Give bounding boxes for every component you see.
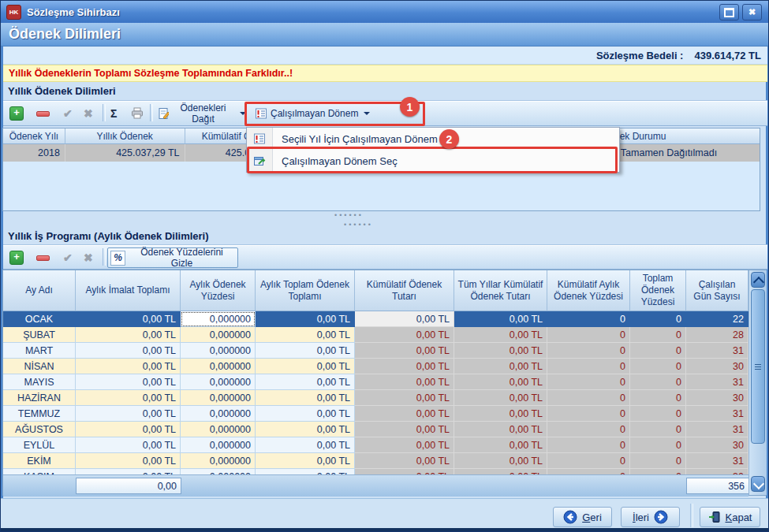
cell[interactable]: 0,00 TL bbox=[454, 453, 547, 469]
monthly-col-header-2[interactable]: Aylık İmalat Toplamı bbox=[76, 270, 181, 311]
cell[interactable]: 30 bbox=[686, 469, 748, 474]
cell[interactable]: 0 bbox=[547, 359, 630, 374]
cell[interactable]: OCAK bbox=[3, 311, 76, 327]
cell[interactable]: 0,00 TL bbox=[256, 327, 355, 343]
monthly-col-header-1[interactable]: Ay Adı bbox=[3, 270, 76, 311]
cell[interactable]: 0,00 TL bbox=[256, 311, 355, 327]
cell[interactable]: 0,000000 bbox=[181, 453, 256, 469]
month-row-1[interactable]: OCAK0,00 TL0,0000000,00 TL0,00 TL0,00 TL… bbox=[3, 311, 748, 327]
cell[interactable]: 0,00 TL bbox=[256, 437, 355, 453]
add-row-button[interactable]: + bbox=[6, 103, 27, 124]
cell[interactable]: 0,00 TL bbox=[256, 453, 355, 469]
cell[interactable]: 0,00 TL bbox=[76, 453, 181, 469]
cell[interactable]: 0,00 TL bbox=[454, 469, 547, 474]
apply-button[interactable]: ✔ bbox=[60, 247, 76, 268]
month-row-5[interactable]: MAYIS0,00 TL0,0000000,00 TL0,00 TL0,00 T… bbox=[3, 374, 748, 390]
monthly-col-header-5[interactable]: Kümülatif Ödenek Tutarı bbox=[355, 270, 454, 311]
cell[interactable]: KASIM bbox=[3, 469, 76, 474]
cell[interactable]: AĞUSTOS bbox=[3, 422, 76, 437]
cell[interactable]: 0,00 TL bbox=[454, 327, 547, 343]
scrollbar-thumb[interactable] bbox=[751, 289, 765, 444]
cell[interactable]: 30 bbox=[686, 437, 748, 453]
cell[interactable]: NİSAN bbox=[3, 359, 76, 374]
cell[interactable]: 31 bbox=[686, 406, 748, 422]
cell[interactable]: 31 bbox=[686, 374, 748, 390]
cell[interactable]: 0 bbox=[547, 374, 630, 390]
print-button[interactable] bbox=[128, 103, 147, 124]
annual-amount-cell[interactable]: 425.037,29 TL bbox=[65, 144, 185, 162]
cell[interactable]: 22 bbox=[686, 311, 748, 327]
cell[interactable]: 0,00 TL bbox=[256, 343, 355, 359]
cell[interactable]: 0,00 TL bbox=[355, 374, 454, 390]
next-button[interactable]: İleri bbox=[621, 507, 680, 527]
cell[interactable]: TEMMUZ bbox=[3, 406, 76, 422]
cell[interactable]: 0 bbox=[630, 311, 686, 327]
month-row-4[interactable]: NİSAN0,00 TL0,0000000,00 TL0,00 TL0,00 T… bbox=[3, 359, 748, 374]
cell[interactable]: MART bbox=[3, 343, 76, 359]
cell[interactable]: 0,000000 bbox=[181, 469, 256, 474]
cell[interactable]: 0 bbox=[630, 453, 686, 469]
cell[interactable]: 0,00 TL bbox=[256, 390, 355, 406]
monthly-col-header-3[interactable]: Aylık Ödenek Yüzdesi bbox=[181, 270, 256, 311]
cell[interactable]: 0,000000 bbox=[181, 311, 256, 327]
cell[interactable]: 0,00 TL bbox=[355, 311, 454, 327]
cell[interactable]: 0,00 TL bbox=[76, 469, 181, 474]
cell[interactable]: 0,00 TL bbox=[454, 343, 547, 359]
cell[interactable]: 0 bbox=[547, 311, 630, 327]
cell[interactable]: 0,00 TL bbox=[76, 311, 181, 327]
cell[interactable]: 0,00 TL bbox=[76, 374, 181, 390]
cell[interactable]: MAYIS bbox=[3, 374, 76, 390]
cell[interactable]: 0,000000 bbox=[181, 390, 256, 406]
cell[interactable]: 31 bbox=[686, 422, 748, 437]
cell[interactable]: 0,000000 bbox=[181, 406, 256, 422]
remove-row-button[interactable] bbox=[33, 247, 53, 268]
cell[interactable]: EYLÜL bbox=[3, 437, 76, 453]
cell[interactable]: HAZİRAN bbox=[3, 390, 76, 406]
cell[interactable]: 30 bbox=[686, 390, 748, 406]
cell[interactable]: 0 bbox=[630, 422, 686, 437]
cell[interactable]: 0 bbox=[630, 343, 686, 359]
close-button[interactable]: Kapat bbox=[700, 507, 760, 527]
month-row-8[interactable]: AĞUSTOS0,00 TL0,0000000,00 TL0,00 TL0,00… bbox=[3, 422, 748, 437]
cell[interactable]: 0,00 TL bbox=[76, 437, 181, 453]
month-row-7[interactable]: TEMMUZ0,00 TL0,0000000,00 TL0,00 TL0,00 … bbox=[3, 406, 748, 422]
cell[interactable]: 0,00 TL bbox=[454, 406, 547, 422]
cell[interactable]: 0,00 TL bbox=[76, 390, 181, 406]
month-row-6[interactable]: HAZİRAN0,00 TL0,0000000,00 TL0,00 TL0,00… bbox=[3, 390, 748, 406]
cell[interactable]: 0,00 TL bbox=[454, 437, 547, 453]
month-row-10[interactable]: EKİM0,00 TL0,0000000,00 TL0,00 TL0,00 TL… bbox=[3, 453, 748, 469]
cell[interactable]: ŞUBAT bbox=[3, 327, 76, 343]
scroll-down-button[interactable] bbox=[751, 476, 765, 492]
cell[interactable]: 0 bbox=[547, 422, 630, 437]
cell[interactable]: 0,00 TL bbox=[355, 343, 454, 359]
cell[interactable]: 0 bbox=[547, 327, 630, 343]
cell[interactable]: 0 bbox=[547, 343, 630, 359]
cell[interactable]: 0,00 TL bbox=[76, 422, 181, 437]
cell[interactable]: 0,000000 bbox=[181, 327, 256, 343]
add-row-button[interactable]: + bbox=[6, 247, 27, 268]
cancel-button[interactable]: ✖ bbox=[80, 103, 96, 124]
cell[interactable]: 0,00 TL bbox=[256, 359, 355, 374]
maximize-button[interactable] bbox=[719, 4, 739, 20]
cell[interactable]: 0,00 TL bbox=[256, 406, 355, 422]
sum-button[interactable]: Σ bbox=[107, 103, 120, 124]
cell[interactable]: 0,00 TL bbox=[355, 453, 454, 469]
back-button[interactable]: Geri bbox=[553, 507, 612, 527]
cell[interactable]: 0,00 TL bbox=[355, 406, 454, 422]
cell[interactable]: 0 bbox=[547, 390, 630, 406]
annual-col-year[interactable]: Ödenek Yılı bbox=[3, 128, 65, 144]
month-row-3[interactable]: MART0,00 TL0,0000000,00 TL0,00 TL0,00 TL… bbox=[3, 343, 748, 359]
cell[interactable]: 0,00 TL bbox=[355, 327, 454, 343]
cell[interactable]: 0,00 TL bbox=[454, 422, 547, 437]
scroll-up-button[interactable] bbox=[751, 272, 765, 288]
cell[interactable]: 0,00 TL bbox=[76, 359, 181, 374]
cancel-button[interactable]: ✖ bbox=[80, 247, 96, 268]
month-row-11[interactable]: KASIM0,00 TL0,0000000,00 TL0,00 TL0,00 T… bbox=[3, 469, 748, 474]
cell[interactable]: 0,00 TL bbox=[76, 406, 181, 422]
vertical-scrollbar[interactable] bbox=[748, 270, 767, 495]
cell[interactable]: 31 bbox=[686, 343, 748, 359]
hide-percentages-button[interactable]: % Ödenek Yüzdelerini Gizle bbox=[107, 247, 238, 268]
cell[interactable]: 0 bbox=[547, 453, 630, 469]
monthly-col-header-4[interactable]: Aylık Toplam Ödenek Toplamı bbox=[256, 270, 355, 311]
cell[interactable]: 0,000000 bbox=[181, 437, 256, 453]
